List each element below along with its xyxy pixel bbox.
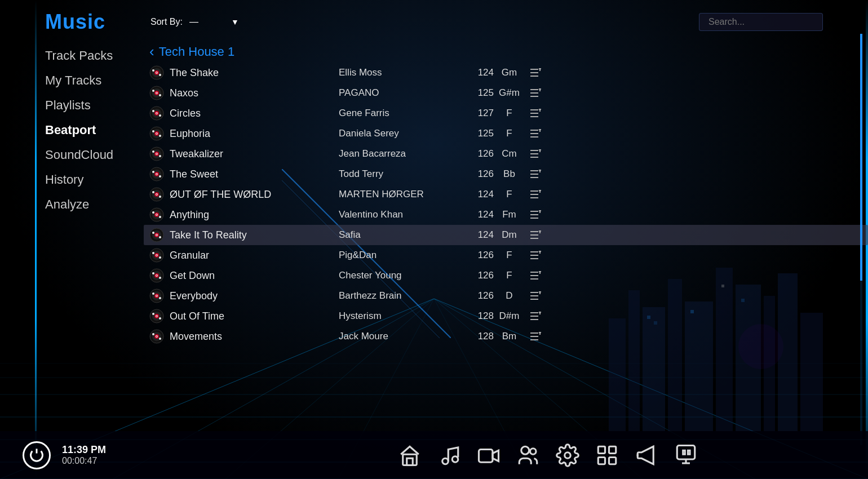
track-row[interactable]: Tweakalizer Jean Bacarreza 126 Cm (144, 144, 868, 164)
track-list-area: ‹ Tech House 1 The Shake Ellis Moss (144, 38, 868, 445)
track-name: Granular (170, 250, 339, 261)
track-row[interactable]: Naxos PAGANO 125 G#m (144, 83, 868, 103)
sidebar-item-track-packs[interactable]: Track Packs (45, 44, 144, 68)
track-row[interactable]: Granular Pig&Dan 126 F (144, 245, 868, 265)
track-menu-icon[interactable] (529, 230, 542, 240)
home-button[interactable] (395, 441, 424, 470)
track-menu-icon[interactable] (529, 128, 542, 139)
svg-rect-211 (599, 457, 605, 464)
track-menu-icon[interactable] (529, 311, 542, 321)
track-menu-icon[interactable] (529, 169, 542, 179)
settings-button[interactable] (553, 441, 582, 470)
track-name: Movements (170, 331, 339, 343)
sidebar-item-soundcloud[interactable]: SoundCloud (45, 143, 144, 167)
track-key: F (494, 250, 525, 261)
track-bpm: 126 (463, 290, 494, 301)
track-artist: Chester Young (339, 270, 463, 281)
video-button[interactable] (474, 441, 503, 470)
track-row[interactable]: ØUT ØF THE WØRLD MARTEN HØRGER 124 F (144, 184, 868, 205)
track-icon (149, 309, 164, 323)
page-title: Music (45, 10, 105, 34)
svg-point-146 (152, 252, 154, 254)
svg-point-159 (159, 277, 161, 279)
clock: 11:39 PM (62, 444, 106, 456)
track-artist: Ellis Moss (339, 67, 463, 78)
elapsed: 00:00:47 (62, 456, 106, 466)
track-artist: Hysterism (339, 311, 463, 322)
svg-point-182 (152, 313, 154, 315)
svg-point-38 (152, 69, 154, 72)
svg-point-73 (156, 133, 157, 134)
track-menu-icon[interactable] (529, 68, 542, 78)
search-input[interactable] (699, 13, 823, 31)
grid-button[interactable] (592, 441, 622, 470)
track-row[interactable]: Everybody Barthezz Brain 126 D (144, 286, 868, 306)
track-name: Everybody (170, 290, 339, 302)
track-name: Out Of Time (170, 311, 339, 322)
track-row[interactable]: Out Of Time Hysterism 128 D#m (144, 306, 868, 326)
track-menu-icon[interactable] (529, 149, 542, 159)
track-row[interactable]: Movements Jack Moure 128 Bm (144, 326, 868, 347)
track-menu-icon[interactable] (529, 291, 542, 301)
track-row[interactable]: Take It To Reality Safia 124 Dm (144, 225, 868, 245)
svg-point-158 (152, 272, 154, 274)
main-panel: Music Sort By: — ▼ Track Packs My Tracks… (0, 0, 868, 445)
sort-by-container: Sort By: — ▼ (150, 17, 239, 27)
track-menu-icon[interactable] (529, 108, 542, 118)
track-menu-icon[interactable] (529, 189, 542, 199)
alert-button[interactable] (632, 441, 661, 470)
track-menu-icon[interactable] (529, 210, 542, 220)
scrollbar[interactable] (860, 34, 862, 445)
power-button[interactable] (23, 441, 51, 469)
track-artist: MARTEN HØRGER (339, 189, 463, 200)
track-menu-icon[interactable] (529, 331, 542, 341)
track-row[interactable]: Get Down Chester Young 126 F (144, 265, 868, 286)
scrollbar-thumb[interactable] (860, 34, 862, 281)
svg-point-62 (152, 110, 154, 112)
track-table: The Shake Ellis Moss 124 Gm (144, 63, 868, 445)
track-artist: Barthezz Brain (339, 290, 463, 301)
track-row[interactable]: Euphoria Daniela Serey 125 F (144, 123, 868, 144)
stream-button[interactable] (671, 441, 701, 470)
sidebar-item-history[interactable]: History (45, 168, 144, 192)
svg-point-206 (521, 446, 529, 454)
svg-point-74 (152, 130, 154, 132)
track-key: D#m (494, 311, 525, 322)
sort-dropdown-arrow[interactable]: ▼ (231, 17, 239, 26)
svg-point-97 (156, 174, 157, 175)
back-arrow[interactable]: ‹ (149, 43, 154, 60)
track-name: ØUT ØF THE WØRLD (170, 189, 339, 201)
svg-rect-201 (403, 454, 417, 465)
svg-rect-210 (609, 446, 616, 453)
svg-point-109 (156, 194, 157, 195)
track-key: D (494, 290, 525, 301)
sidebar-item-beatport[interactable]: Beatport (45, 118, 144, 142)
track-bpm: 124 (463, 229, 494, 241)
track-menu-icon[interactable] (529, 270, 542, 281)
svg-point-37 (156, 72, 157, 73)
music-button[interactable] (435, 441, 464, 470)
track-artist: Daniela Serey (339, 128, 463, 139)
track-key: Dm (494, 229, 525, 241)
svg-point-87 (159, 155, 161, 157)
svg-point-39 (159, 74, 161, 76)
users-button[interactable] (513, 441, 543, 470)
track-row[interactable]: The Sweet Todd Terry 126 Bb (144, 164, 868, 184)
sidebar-item-playlists[interactable]: Playlists (45, 94, 144, 117)
track-artist: Valentino Khan (339, 209, 463, 220)
track-row[interactable]: Anything Valentino Khan 124 Fm (144, 205, 868, 225)
svg-point-169 (156, 295, 157, 296)
track-row[interactable]: The Shake Ellis Moss 124 Gm (144, 63, 868, 83)
svg-point-171 (159, 297, 161, 299)
sidebar-item-analyze[interactable]: Analyze (45, 193, 144, 216)
track-menu-icon[interactable] (529, 250, 542, 260)
track-icon (149, 65, 164, 80)
track-bpm: 126 (463, 168, 494, 180)
track-row[interactable]: Circles Gene Farris 127 F (144, 103, 868, 123)
track-icon (149, 126, 164, 141)
sidebar-item-my-tracks[interactable]: My Tracks (45, 69, 144, 92)
sidebar: Track Packs My Tracks Playlists Beatport… (45, 38, 144, 445)
track-menu-icon[interactable] (529, 88, 542, 98)
pack-header[interactable]: ‹ Tech House 1 (144, 38, 868, 63)
svg-point-157 (156, 275, 157, 276)
